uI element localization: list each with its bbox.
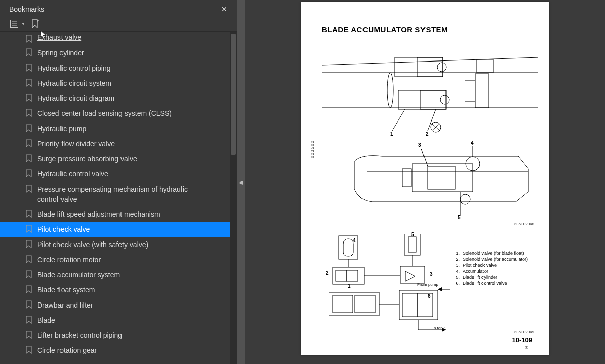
bookmark-label: Closed center load sensing system (CLSS) <box>37 108 172 118</box>
bookmark-icon <box>24 139 33 147</box>
svg-point-33 <box>460 194 470 204</box>
bookmark-icon <box>24 331 33 339</box>
svg-rect-39 <box>329 292 379 316</box>
figure-id-2: 235F02049 <box>514 330 534 334</box>
callout-4: 4 <box>471 140 474 146</box>
callout-2: 2 <box>426 131 429 137</box>
legend-row: 4.Accumulator <box>454 268 528 274</box>
bookmark-item[interactable]: Hydraulic control piping <box>0 60 237 76</box>
page-title: BLADE ACCUMULATOR SYSTEM <box>322 25 448 34</box>
bookmarks-header: Bookmarks ✕ <box>0 0 237 16</box>
legend-num: 3. <box>454 262 460 268</box>
callout-5: 5 <box>458 215 461 220</box>
scrollbar[interactable] <box>230 32 237 364</box>
bookmark-icon <box>24 285 33 293</box>
bookmark-icon <box>24 64 33 72</box>
document-page: BLADE ACCUMULATOR SYSTEM <box>301 2 549 355</box>
bookmark-item[interactable]: Pilot check valve (with safety valve) <box>0 237 237 252</box>
bookmark-item[interactable]: Lifter bracket control piping <box>0 328 237 343</box>
bookmark-icon <box>24 346 33 354</box>
bookmarks-scroll[interactable]: Exhaust valveSpring cylinderHydraulic co… <box>0 32 237 364</box>
bookmark-label: Lifter bracket control piping <box>37 330 122 340</box>
svg-rect-12 <box>398 90 446 109</box>
sch-label-1: 1 <box>348 283 351 289</box>
bookmark-label: Hydraulic circuit system <box>37 78 111 88</box>
bookmark-icon <box>24 300 33 309</box>
bookmark-label: Surge pressure absorbing valve <box>37 154 137 164</box>
bookmarks-title: Bookmarks <box>9 5 44 13</box>
callout-1: 1 <box>390 131 393 137</box>
bookmark-item[interactable]: Blade lift speed adjustment mechanism <box>0 207 237 222</box>
svg-point-18 <box>387 73 393 108</box>
bookmark-item[interactable]: Surge pressure absorbing valve <box>0 151 237 166</box>
bookmark-icon <box>24 124 33 132</box>
svg-rect-38 <box>347 270 358 281</box>
bookmark-icon <box>24 169 33 177</box>
svg-line-8 <box>322 57 538 65</box>
svg-rect-36 <box>333 267 364 284</box>
close-icon[interactable]: ✕ <box>219 5 230 13</box>
legend-row: 3.Pilot check valve <box>454 262 528 268</box>
diagram-top: 1 2 <box>322 42 538 138</box>
bookmark-item[interactable]: Pilot check valve <box>0 222 237 237</box>
bookmark-icon <box>24 225 33 233</box>
bookmark-icon <box>24 240 33 248</box>
bookmark-item[interactable]: Blade accumulator system <box>0 267 237 282</box>
chevron-left-icon: ◀ <box>239 179 243 185</box>
legend-text: Pilot check valve <box>463 262 497 268</box>
page-number: 10-109 <box>512 336 532 344</box>
bookmark-item[interactable]: Circle rotation gear <box>0 343 237 358</box>
svg-rect-15 <box>475 74 489 108</box>
bookmark-item[interactable]: Hydraulic pump <box>0 121 237 136</box>
bookmark-label: Circle rotation gear <box>37 345 97 355</box>
bookmark-item[interactable]: Pressure compensating mechanism of hydra… <box>0 181 237 207</box>
document-viewport[interactable]: BLADE ACCUMULATOR SYSTEM <box>245 0 605 364</box>
bookmark-item[interactable]: Spring cylinder <box>0 45 237 60</box>
bookmark-label: Exhaust valve <box>37 32 81 42</box>
svg-rect-40 <box>333 295 353 313</box>
bookmark-item[interactable]: Blade float system <box>0 282 237 297</box>
bookmark-item[interactable]: Hydraulic circuit diagram <box>0 91 237 106</box>
legend: 1.Solenoid valve (for blade float)2.Sole… <box>454 250 528 286</box>
bookmark-item[interactable]: Drawbar and lifter <box>0 297 237 313</box>
bookmark-label: Pressure compensating mechanism of hydra… <box>37 184 209 204</box>
svg-rect-37 <box>336 270 347 281</box>
bookmark-options-button[interactable]: ▼ <box>10 20 25 28</box>
legend-row: 2.Solenoid valve (for accumulator) <box>454 256 528 262</box>
sch-label-3: 3 <box>430 271 433 277</box>
legend-text: Solenoid valve (for blade float) <box>463 250 524 256</box>
bookmark-item[interactable]: Hydraulic circuit system <box>0 76 237 91</box>
bookmark-icon <box>24 94 33 102</box>
bookmarks-panel: Bookmarks ✕ ▼ Exhaust valveSpring cylind… <box>0 0 237 364</box>
bookmark-icon <box>24 48 33 56</box>
svg-rect-9 <box>395 57 443 77</box>
bookmark-item[interactable]: Priority flow divider valve <box>0 136 237 151</box>
svg-marker-53 <box>438 287 442 291</box>
legend-num: 6. <box>454 280 460 286</box>
svg-line-21 <box>428 109 436 131</box>
bookmark-item[interactable]: Blade <box>0 313 237 328</box>
scrollbar-thumb[interactable] <box>231 34 236 155</box>
bookmark-item[interactable]: Hydraulic control valve <box>0 166 237 181</box>
svg-rect-41 <box>355 295 375 313</box>
bookmark-icon <box>24 255 33 263</box>
legend-num: 1. <box>454 250 460 256</box>
sch-label-2: 2 <box>326 270 329 276</box>
svg-rect-19 <box>476 60 494 72</box>
collapse-sidebar-button[interactable]: ◀ <box>237 0 245 364</box>
svg-rect-13 <box>420 90 446 109</box>
callout-3: 3 <box>418 142 421 148</box>
add-bookmark-button[interactable] <box>31 19 39 28</box>
bookmark-label: Hydraulic circuit diagram <box>37 93 114 103</box>
bookmark-item[interactable]: Closed center load sensing system (CLSS) <box>0 106 237 121</box>
svg-rect-26 <box>412 164 473 192</box>
bookmark-label: Circle rotation motor <box>37 255 101 265</box>
from-pump-label: From pump <box>417 282 438 287</box>
bookmark-icon <box>24 185 33 193</box>
bookmark-label: Blade lift speed adjustment mechanism <box>37 209 160 219</box>
bookmark-item[interactable]: Exhaust valve <box>0 32 237 45</box>
bookmark-item[interactable]: Circle rotation motor <box>0 252 237 267</box>
sch-label-4: 4 <box>353 238 356 244</box>
bookmark-label: Drawbar and lifter <box>37 300 93 310</box>
legend-num: 2. <box>454 256 460 262</box>
